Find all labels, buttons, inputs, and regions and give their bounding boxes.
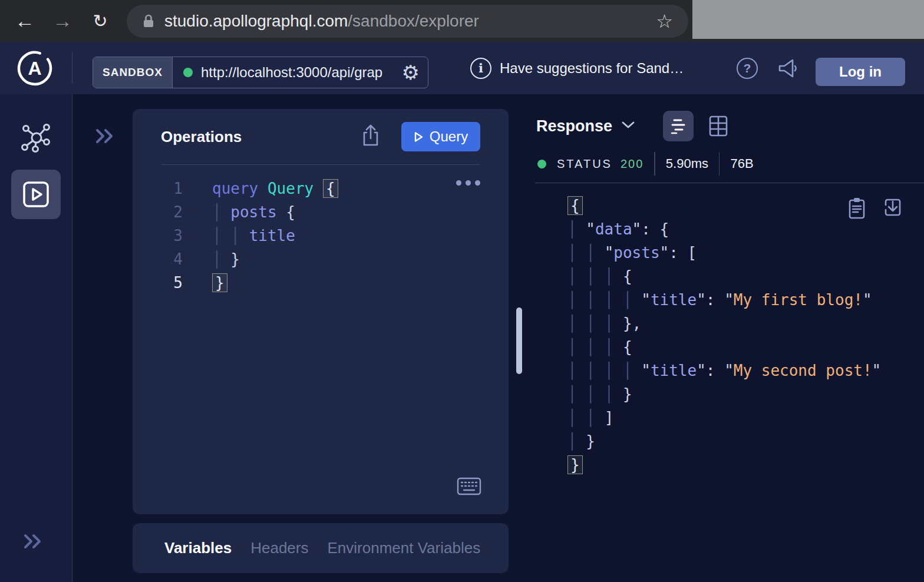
code-line: │ │ │ } bbox=[567, 382, 924, 406]
code-line: │ } bbox=[567, 429, 924, 453]
code-line: │ │ │ }, bbox=[567, 312, 924, 335]
graph-network-icon bbox=[19, 121, 53, 154]
status-code: 200 bbox=[621, 157, 644, 171]
apollo-sandbox-explorer-window: ← → ↻ studio.apollographql.com/sandbox/e… bbox=[0, 0, 924, 582]
sidebar-explorer-button-active[interactable] bbox=[11, 170, 61, 219]
sandbox-badge[interactable]: SANDBOX bbox=[93, 57, 173, 88]
browser-chrome: ← → ↻ studio.apollographql.com/sandbox/e… bbox=[0, 0, 924, 42]
code-content: │ } bbox=[567, 429, 595, 453]
endpoint-settings-gear-icon[interactable]: ⚙ bbox=[402, 62, 420, 82]
operations-header: Operations Query bbox=[133, 109, 509, 164]
sidebar-schema-button[interactable] bbox=[19, 121, 53, 154]
response-status-row: STATUS 200 5.90ms 76B bbox=[535, 152, 924, 176]
code-content: │ │ │ { bbox=[567, 335, 632, 359]
response-header: Response bbox=[535, 94, 924, 141]
code-content: │ │ ] bbox=[567, 406, 613, 429]
tab-variables[interactable]: Variables bbox=[164, 539, 232, 557]
code-line: } bbox=[567, 453, 924, 477]
double-chevron-right-icon bbox=[93, 126, 117, 146]
response-dropdown-chevron[interactable] bbox=[621, 120, 636, 133]
code-content: │ │ │ }, bbox=[567, 312, 641, 335]
code-content: } bbox=[567, 453, 583, 477]
code-line: │ │ "posts": [ bbox=[567, 241, 924, 264]
run-query-label: Query bbox=[430, 128, 468, 145]
copy-clipboard-icon[interactable] bbox=[847, 197, 866, 220]
sidebar-expand-chevrons[interactable] bbox=[21, 531, 45, 554]
endpoint-group: SANDBOX http://localhost:3000/api/grap ⚙ bbox=[93, 57, 428, 88]
variables-tabs-panel: Variables Headers Environment Variables bbox=[133, 523, 509, 573]
code-content: │ │ title bbox=[212, 224, 295, 247]
operations-panel: Operations Query 1query Query {2│ pos bbox=[133, 109, 509, 514]
line-number: 4 bbox=[133, 247, 183, 271]
response-panel: Response bbox=[535, 94, 924, 582]
browser-reload-icon[interactable]: ↻ bbox=[81, 0, 119, 42]
query-editor[interactable]: 1query Query {2│ posts {3│ │ title4│ }5} bbox=[133, 165, 509, 295]
operations-title: Operations bbox=[161, 128, 242, 146]
code-line: 3│ │ title bbox=[133, 224, 509, 247]
code-line: 2│ posts { bbox=[133, 200, 509, 224]
code-content: { bbox=[567, 194, 583, 217]
sidebar bbox=[0, 94, 72, 582]
announcements-icon-wrap[interactable] bbox=[777, 42, 799, 94]
help-icon-wrap[interactable]: ? bbox=[737, 42, 758, 94]
code-line: │ │ │ │ "title": "My second post!" bbox=[567, 359, 924, 382]
line-number: 5 bbox=[133, 271, 183, 295]
endpoint-segment: http://localhost:3000/api/grap ⚙ bbox=[173, 57, 428, 88]
info-icon: i bbox=[470, 58, 491, 79]
main-area: Operations Query 1query Query {2│ pos bbox=[0, 94, 924, 582]
code-content: │ │ │ { bbox=[567, 264, 632, 288]
status-label: STATUS bbox=[557, 157, 612, 171]
response-title: Response bbox=[536, 117, 612, 135]
play-icon bbox=[414, 131, 424, 143]
status-divider bbox=[719, 152, 720, 176]
keyboard-shortcuts-icon[interactable] bbox=[457, 477, 481, 498]
double-chevron-right-icon bbox=[21, 531, 45, 551]
code-line: 5} bbox=[133, 271, 509, 295]
code-line: │ │ ] bbox=[567, 406, 924, 429]
explorer-play-icon bbox=[22, 180, 50, 209]
panel-resize-handle[interactable] bbox=[516, 307, 522, 374]
browser-back-icon[interactable]: ← bbox=[6, 0, 44, 42]
code-line: │ │ │ { bbox=[567, 335, 924, 359]
line-number: 2 bbox=[133, 200, 183, 224]
login-button[interactable]: Log in bbox=[816, 58, 905, 86]
operations-collapse-chevrons[interactable] bbox=[93, 126, 117, 148]
status-divider bbox=[654, 152, 655, 176]
pretty-print-toggle-active[interactable] bbox=[663, 111, 694, 141]
app-header: A SANDBOX http://localhost:3000/api/grap… bbox=[0, 42, 924, 94]
status-success-dot bbox=[537, 160, 546, 168]
code-content: │ │ │ } bbox=[567, 382, 632, 406]
download-response-icon[interactable] bbox=[883, 197, 903, 218]
bookmark-star-icon[interactable]: ☆ bbox=[656, 10, 673, 32]
share-operation-icon[interactable] bbox=[360, 124, 381, 150]
operation-more-menu-icon[interactable] bbox=[456, 180, 480, 186]
run-query-button[interactable]: Query bbox=[401, 122, 480, 151]
header-divider bbox=[72, 52, 72, 84]
line-number: 3 bbox=[133, 224, 183, 247]
url-host: studio.apollographql.com bbox=[164, 12, 348, 30]
tab-environment-variables[interactable]: Environment Variables bbox=[327, 539, 480, 557]
code-line: │ │ │ { bbox=[567, 264, 924, 288]
endpoint-url-input[interactable]: http://localhost:3000/api/grap bbox=[201, 64, 398, 81]
table-view-toggle[interactable] bbox=[708, 114, 729, 138]
code-content: } bbox=[212, 271, 227, 295]
url-text: studio.apollographql.com/sandbox/explore… bbox=[164, 12, 649, 31]
browser-tab-strip-area bbox=[692, 0, 924, 39]
address-bar[interactable]: studio.apollographql.com/sandbox/explore… bbox=[127, 5, 688, 38]
suggestion-banner-text[interactable]: Have suggestions for Sand… bbox=[500, 42, 684, 94]
apollo-logo[interactable]: A bbox=[16, 50, 53, 87]
tab-headers[interactable]: Headers bbox=[250, 539, 308, 557]
response-size: 76B bbox=[730, 156, 753, 171]
url-path: /sandbox/explorer bbox=[348, 12, 479, 30]
response-tools bbox=[847, 197, 903, 220]
browser-forward-icon[interactable]: → bbox=[44, 0, 81, 42]
line-number: 1 bbox=[133, 177, 183, 200]
code-content: │ } bbox=[212, 247, 240, 271]
code-content: query Query { bbox=[212, 177, 338, 200]
info-icon-wrap: i bbox=[470, 42, 491, 94]
table-grid-icon bbox=[708, 114, 729, 138]
response-json-viewer[interactable]: {│ "data": {│ │ "posts": [│ │ │ {│ │ │ │… bbox=[535, 183, 924, 477]
code-content: │ │ │ │ "title": "My second post!" bbox=[567, 359, 881, 382]
code-content: │ posts { bbox=[212, 200, 295, 224]
apollo-logo-letter: A bbox=[16, 50, 53, 87]
